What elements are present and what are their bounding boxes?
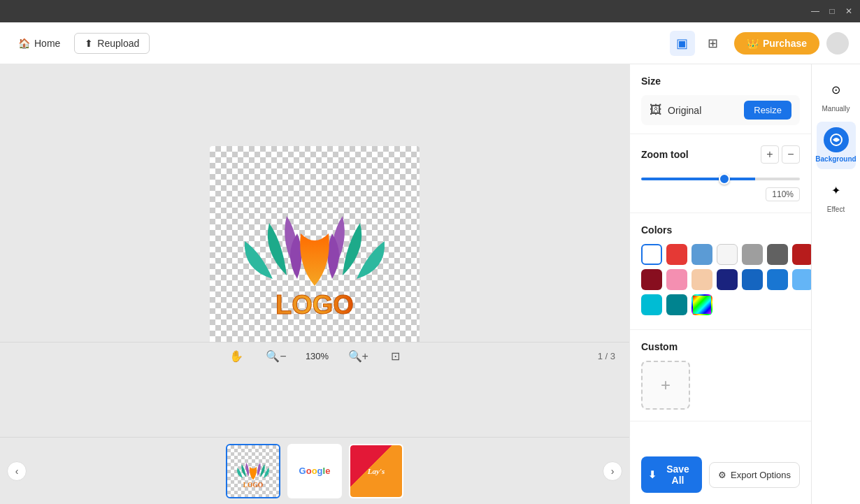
zoom-title: Zoom tool <box>641 149 689 160</box>
colors-section: Colors <box>630 213 811 330</box>
thumb-1-svg: LOGO <box>232 450 274 492</box>
google-logo-text: Google <box>289 445 341 497</box>
view-grid-button[interactable]: ⊞ <box>701 31 726 56</box>
effect-tool[interactable]: ✦ Effect <box>817 172 856 219</box>
color-swatch-white[interactable] <box>641 244 662 265</box>
export-label: Export Options <box>731 470 791 480</box>
save-all-button[interactable]: ⬇ Save All <box>641 456 702 493</box>
manually-icon: ⊙ <box>824 77 849 102</box>
color-swatch-blue2[interactable] <box>767 269 788 290</box>
pan-tool-button[interactable]: ✋ <box>224 347 249 366</box>
add-custom-color-button[interactable]: + <box>641 361 690 410</box>
colors-grid <box>641 244 800 315</box>
view-single-button[interactable]: ▣ <box>670 31 695 56</box>
thumbnails-bar: ‹ LOGO <box>0 437 629 504</box>
background-label: Background <box>815 155 856 164</box>
color-swatch-gray-dark[interactable] <box>767 244 788 265</box>
bottom-toolbar: ✋ 🔍− 130% 🔍+ ⊡ 1 / 3 <box>0 342 629 370</box>
zoom-out-button[interactable]: 🔍− <box>260 347 292 366</box>
background-tool[interactable]: Background <box>817 122 856 169</box>
zoom-value-box: 110% <box>641 187 800 201</box>
page-indicator: 1 / 3 <box>598 351 615 361</box>
view-grid-icon: ⊞ <box>708 36 718 51</box>
image-icon: 🖼 <box>650 103 662 117</box>
next-thumbnail-button[interactable]: › <box>603 461 622 481</box>
color-swatch-rainbow[interactable] <box>691 294 712 315</box>
thumbnail-1[interactable]: LOGO <box>226 444 280 498</box>
effect-label: Effect <box>827 206 845 214</box>
crown-icon: 👑 <box>747 38 759 49</box>
zoom-controls: + − <box>761 145 800 164</box>
zoom-plus-button[interactable]: + <box>761 145 779 164</box>
size-section: Size 🖼 Original Resize <box>630 64 811 134</box>
size-row: 🖼 Original Resize <box>641 95 800 125</box>
color-swatch-dark-red[interactable] <box>792 244 811 265</box>
color-swatch-dark-red2[interactable] <box>641 269 662 290</box>
zoom-header: Zoom tool + − <box>641 145 800 164</box>
size-original-label: Original <box>668 105 738 116</box>
color-swatch-blue-mid[interactable] <box>742 269 763 290</box>
effect-icon: ✦ <box>824 178 849 203</box>
topbar: 🏠 Home ⬆ Reupload ▣ ⊞ 👑 Purchase <box>0 22 860 64</box>
color-swatch-blue3[interactable] <box>792 269 811 290</box>
resize-button[interactable]: Resize <box>744 101 791 120</box>
export-options-button[interactable]: ⚙ Export Options <box>709 462 800 488</box>
color-swatch-cyan[interactable] <box>641 294 662 315</box>
color-swatch-red[interactable] <box>666 244 687 265</box>
zoom-percentage: 130% <box>303 351 331 361</box>
home-icon: 🏠 <box>18 38 30 49</box>
zoom-in-button[interactable]: 🔍+ <box>343 347 374 366</box>
home-label: Home <box>34 38 60 49</box>
right-sidebar: ⊙ Manually Background ✦ Effect <box>811 64 860 504</box>
purchase-label: Purchase <box>763 38 807 49</box>
topbar-center: ▣ ⊞ <box>670 31 726 56</box>
right-panel: Size 🖼 Original Resize Zoom tool + − <box>629 64 811 504</box>
canvas-wrapper: LOGO <box>210 146 420 356</box>
color-swatch-white2[interactable] <box>717 244 738 265</box>
save-all-label: Save All <box>661 463 695 486</box>
topbar-left: 🏠 Home ⬆ Reupload <box>11 33 661 54</box>
app-body: 🏠 Home ⬆ Reupload ▣ ⊞ 👑 Purchase <box>0 22 860 504</box>
prev-thumbnail-button[interactable]: ‹ <box>7 461 27 481</box>
content-area: LOGO ✋ 🔍− 130% 🔍+ ⊡ 1 / 3 ‹ <box>0 64 860 504</box>
settings-icon: ⚙ <box>718 470 726 480</box>
topbar-right: 👑 Purchase <box>734 32 849 55</box>
canvas-area: LOGO ✋ 🔍− 130% 🔍+ ⊡ 1 / 3 <box>0 64 629 437</box>
zoom-slider-container <box>641 171 800 183</box>
manually-label: Manually <box>822 105 850 113</box>
color-swatch-pink[interactable] <box>666 269 687 290</box>
color-swatch-teal[interactable] <box>666 294 687 315</box>
download-icon: ⬇ <box>648 469 657 480</box>
thumbnail-2[interactable]: Google <box>287 444 342 498</box>
background-icon <box>824 127 849 152</box>
color-swatch-peach[interactable] <box>691 269 712 290</box>
view-single-icon: ▣ <box>676 36 688 51</box>
reupload-label: Reupload <box>97 38 139 49</box>
svg-text:LOGO: LOGO <box>275 290 354 319</box>
svg-text:LOGO: LOGO <box>243 481 264 488</box>
reupload-button[interactable]: ⬆ Reupload <box>74 33 150 54</box>
purchase-button[interactable]: 👑 Purchase <box>734 32 819 55</box>
color-swatch-gray[interactable] <box>742 244 763 265</box>
close-button[interactable]: ✕ <box>843 6 854 17</box>
size-section-title: Size <box>641 75 800 87</box>
zoom-slider[interactable] <box>641 178 800 180</box>
upload-icon: ⬆ <box>85 38 93 49</box>
logo-canvas: LOGO <box>231 167 399 335</box>
maximize-button[interactable]: □ <box>826 6 838 17</box>
color-swatch-blue-light[interactable] <box>691 244 712 265</box>
color-swatch-navy[interactable] <box>717 269 738 290</box>
lays-logo-text: Lay's <box>350 445 402 497</box>
home-button[interactable]: 🏠 Home <box>11 34 67 53</box>
thumbnail-3[interactable]: Lay's <box>349 444 403 498</box>
minimize-button[interactable]: — <box>810 6 821 17</box>
fit-screen-button[interactable]: ⊡ <box>385 347 406 366</box>
avatar <box>826 32 849 55</box>
zoom-section: Zoom tool + − 110% <box>630 134 811 213</box>
custom-section: Custom + <box>630 330 811 422</box>
save-export-section: ⬇ Save All ⚙ Export Options <box>630 445 811 504</box>
zoom-minus-button[interactable]: − <box>782 145 800 164</box>
custom-section-title: Custom <box>641 341 800 352</box>
zoom-value-badge: 110% <box>766 187 800 201</box>
manually-tool[interactable]: ⊙ Manually <box>817 71 856 119</box>
